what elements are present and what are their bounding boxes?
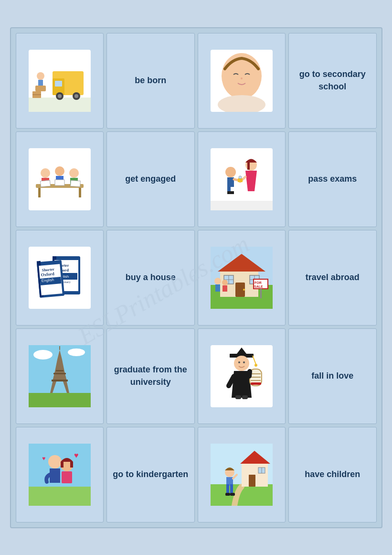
svg-rect-75 (260, 289, 262, 298)
svg-point-15 (222, 53, 262, 99)
svg-rect-21 (79, 188, 81, 197)
cell-3-4: travel abroad (288, 230, 377, 326)
svg-rect-135 (225, 493, 230, 496)
proposal-image (203, 137, 281, 222)
row-3: Shorter Oxford English Dictionary Shorte… (16, 230, 377, 326)
cell-1-4: go to secondary school (288, 33, 377, 129)
svg-rect-29 (55, 180, 64, 185)
text-travel-abroad: travel abroad (306, 272, 360, 283)
child-house-image (203, 432, 281, 517)
svg-point-78 (222, 280, 228, 285)
eiffel-image (21, 334, 99, 419)
couple-image: ♥ ♥ (21, 432, 99, 517)
svg-rect-28 (40, 180, 50, 187)
svg-rect-79 (222, 285, 227, 292)
svg-rect-11 (35, 86, 46, 91)
svg-point-99 (234, 356, 249, 371)
svg-rect-34 (247, 163, 250, 170)
svg-point-76 (214, 278, 221, 284)
cell-2-2: get engaged (106, 131, 195, 227)
svg-point-9 (37, 72, 44, 80)
cell-4-3 (198, 328, 286, 424)
svg-point-114 (48, 455, 62, 468)
cell-5-2: go to kindergarten (106, 427, 195, 522)
cell-3-3: FOR SALE (198, 230, 286, 326)
text-get-engaged: get engaged (125, 173, 176, 185)
svg-point-36 (225, 167, 236, 177)
svg-rect-109 (235, 395, 241, 399)
svg-point-83 (68, 348, 85, 356)
text-secondary-school: go to secondary school (294, 68, 371, 92)
row-5: ♥ ♥ go to kindergarten (16, 427, 377, 522)
dictionary-image: Shorter Oxford English Dictionary Shorte… (21, 235, 99, 320)
svg-rect-133 (230, 484, 233, 494)
svg-rect-106 (251, 382, 261, 385)
svg-rect-118 (70, 462, 73, 468)
svg-rect-119 (62, 471, 72, 483)
cell-1-2: be born (106, 33, 195, 129)
text-buy-house: buy a house (126, 272, 176, 283)
svg-point-22 (41, 168, 50, 178)
text-be-born: be born (135, 75, 166, 87)
svg-text:♥: ♥ (74, 451, 79, 459)
main-grid: be born (10, 27, 382, 528)
cell-5-3 (198, 427, 286, 522)
svg-rect-77 (215, 284, 220, 292)
house-sale-image: FOR SALE (203, 235, 281, 320)
text-graduate: graduate from the university (112, 364, 190, 388)
svg-text:FOR: FOR (254, 281, 262, 284)
svg-rect-20 (38, 188, 41, 197)
cell-3-1: Shorter Oxford English Dictionary Shorte… (16, 230, 104, 326)
cell-2-3 (198, 131, 286, 227)
cell-4-2: graduate from the university (106, 328, 195, 424)
svg-text:♥: ♥ (42, 455, 45, 462)
svg-point-16 (241, 77, 243, 79)
text-fall-in-love: fall in love (311, 370, 353, 382)
svg-rect-30 (70, 180, 80, 186)
cell-2-4: pass exams (288, 131, 377, 227)
svg-point-26 (69, 168, 79, 178)
cell-3-2: buy a house (106, 230, 195, 326)
svg-rect-117 (61, 462, 64, 468)
row-1: be born (16, 33, 377, 129)
row-4: graduate from the university (16, 328, 377, 424)
text-have-children: have children (305, 468, 360, 480)
svg-point-65 (243, 289, 245, 291)
svg-point-82 (33, 350, 53, 359)
svg-point-24 (55, 166, 64, 176)
svg-rect-39 (227, 191, 234, 194)
baby-image (203, 38, 281, 123)
svg-text:SALE: SALE (254, 285, 263, 288)
svg-point-101 (243, 361, 245, 363)
svg-point-6 (58, 94, 62, 98)
svg-point-42 (239, 176, 242, 179)
svg-point-98 (254, 364, 257, 367)
svg-rect-113 (29, 487, 91, 506)
text-kindergarten: go to kindergarten (113, 468, 188, 480)
svg-rect-91 (56, 370, 64, 371)
cell-1-1 (16, 33, 104, 129)
svg-rect-132 (226, 484, 229, 494)
svg-point-100 (238, 361, 240, 363)
cell-1-3 (198, 33, 286, 129)
moving-truck-image (21, 38, 99, 123)
classroom-image (21, 137, 99, 222)
svg-point-8 (74, 94, 78, 98)
cell-2-1 (16, 131, 104, 227)
svg-rect-89 (53, 373, 66, 374)
graduate-image (203, 334, 281, 419)
svg-rect-127 (249, 475, 255, 487)
svg-rect-110 (242, 395, 248, 399)
cell-5-1: ♥ ♥ (16, 427, 104, 522)
text-pass-exams: pass exams (308, 173, 357, 185)
cell-4-1 (16, 328, 104, 424)
svg-line-108 (249, 371, 250, 376)
svg-rect-32 (211, 201, 273, 210)
row-2: get engaged (16, 131, 377, 227)
svg-rect-88 (52, 380, 68, 381)
svg-rect-136 (230, 493, 235, 496)
cell-4-4: fall in love (288, 328, 377, 424)
svg-rect-84 (29, 393, 91, 407)
svg-rect-4 (55, 81, 62, 87)
cell-5-4: have children (288, 427, 377, 522)
